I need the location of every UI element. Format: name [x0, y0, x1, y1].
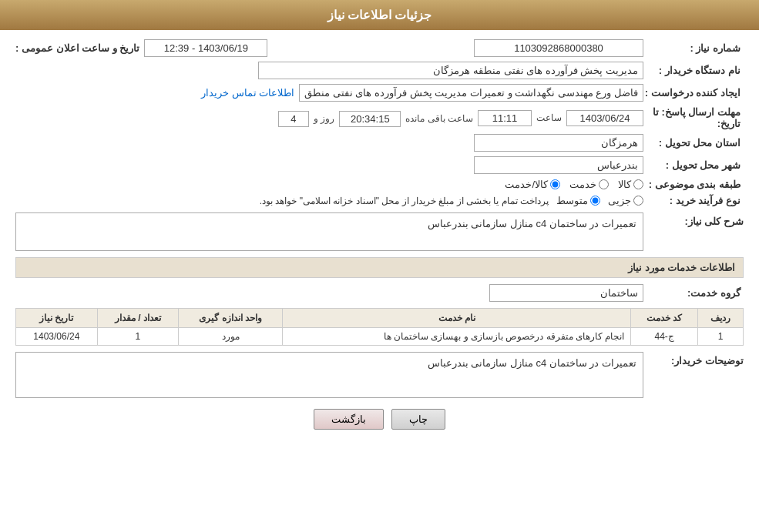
category-kala-label: کالا: [618, 179, 631, 190]
page-header: جزئیات اطلاعات نیاز: [0, 0, 759, 30]
category-kala-option: کالا: [618, 179, 643, 190]
need-number-row: شماره نیاز : 1103092868000380 1403/06/19…: [15, 39, 744, 57]
need-desc-section: شرح کلی نیاز: تعمیرات در ساختمان c4 مناز…: [15, 212, 744, 251]
reply-deadline-label: مهلت ارسال پاسخ: تا تاریخ:: [643, 106, 744, 129]
buyer-org-display: مدیریت پخش فرآورده های نفتی منطقه هرمزگا…: [258, 62, 643, 79]
category-kala-khadamat-option: کالا/خدمت: [505, 179, 560, 190]
category-row: طبقه بندی موضوعی : کالا خدمت کالا/خدمت: [15, 179, 744, 190]
requester-display: فاضل ورع مهندسی نگهداشت و تعمیرات مدیریت…: [299, 84, 643, 102]
buyer-notes-label: توضیحات خریدار:: [651, 352, 744, 366]
announcement-datetime-group: 1403/06/19 - 12:39 تاریخ و ساعت اعلان عم…: [15, 39, 267, 57]
delivery-province-row: استان محل تحویل : هرمزگان: [15, 134, 744, 152]
back-button[interactable]: بازگشت: [314, 409, 384, 430]
reply-day-display: 4: [278, 111, 309, 127]
purchase-jozei-label: جزیی: [608, 195, 631, 206]
category-kala-khadamat-radio[interactable]: [550, 179, 560, 189]
need-number-display: 1103092868000380: [474, 39, 643, 57]
delivery-city-value: بندرعباس: [15, 156, 643, 174]
cell-code: ج-44: [631, 328, 698, 346]
service-group-display: ساختمان: [489, 284, 643, 302]
purchase-type-label: نوع فرآیند خرید :: [643, 195, 744, 206]
cell-unit: مورد: [179, 328, 283, 346]
col-code: کد خدمت: [631, 309, 698, 328]
buyer-org-row: نام دستگاه خریدار : مدیریت پخش فرآورده ه…: [15, 62, 744, 79]
delivery-province-display: هرمزگان: [474, 134, 643, 152]
service-group-row: گروه خدمت: ساختمان: [15, 284, 744, 302]
contact-info-link[interactable]: اطلاعات تماس خریدار: [201, 87, 294, 99]
col-name: نام خدمت: [283, 309, 631, 328]
requester-value: فاضل ورع مهندسی نگهداشت و تعمیرات مدیریت…: [15, 84, 643, 102]
announcement-datetime-label: تاریخ و ساعت اعلان عمومی :: [15, 42, 139, 54]
buyer-org-label: نام دستگاه خریدار :: [643, 65, 744, 76]
services-table: ردیف کد خدمت نام خدمت واحد اندازه گیری ت…: [15, 308, 744, 346]
category-kala-khadamat-label: کالا/خدمت: [505, 179, 548, 190]
need-number-label: شماره نیاز :: [643, 42, 744, 54]
requester-row: ایجاد کننده درخواست : فاضل ورع مهندسی نگ…: [15, 84, 744, 102]
announcement-datetime-value: 1403/06/19 - 12:39: [144, 39, 267, 57]
category-label: طبقه بندی موضوعی :: [643, 179, 744, 190]
delivery-city-row: شهر محل تحویل : بندرعباس: [15, 156, 744, 174]
purchase-type-options: جزیی متوسط پرداخت تمام یا بخشی از مبلغ خ…: [15, 195, 643, 206]
purchase-type-note: پرداخت تمام یا بخشی از مبلغ خریدار از مح…: [260, 196, 549, 206]
services-table-header-row: ردیف کد خدمت نام خدمت واحد اندازه گیری ت…: [16, 309, 744, 328]
purchase-motavasset-option: متوسط: [556, 195, 600, 206]
reply-deadline-row: مهلت ارسال پاسخ: تا تاریخ: 1403/06/24 سا…: [15, 106, 744, 129]
purchase-motavasset-label: متوسط: [556, 195, 588, 206]
service-group-label: گروه خدمت:: [643, 287, 744, 299]
category-khadamat-radio[interactable]: [599, 179, 609, 189]
delivery-province-label: استان محل تحویل :: [643, 137, 744, 149]
col-date: تاریخ نیاز: [16, 309, 98, 328]
remaining-time-display: 20:34:15: [339, 111, 401, 127]
cell-row: 1: [698, 328, 744, 346]
page-title: جزئیات اطلاعات نیاز: [327, 8, 432, 22]
need-number-value: 1103092868000380: [283, 39, 643, 57]
purchase-jozei-radio[interactable]: [633, 196, 643, 206]
need-desc-display: تعمیرات در ساختمان c4 منازل سازمانی بندر…: [15, 212, 643, 251]
purchase-jozei-option: جزیی: [608, 195, 643, 206]
reply-time-label: ساعت: [536, 112, 562, 123]
buyer-notes-display: تعمیرات در ساختمان c4 منازل سازمانی بندر…: [15, 352, 643, 398]
delivery-province-value: هرمزگان: [15, 134, 643, 152]
cell-name: انجام کارهای متفرقه درخصوص بازسازی و بهس…: [283, 328, 631, 346]
category-khadamat-option: خدمت: [569, 179, 609, 190]
service-group-value: ساختمان: [15, 284, 643, 302]
purchase-motavasset-radio[interactable]: [590, 196, 600, 206]
need-desc-row: شرح کلی نیاز: تعمیرات در ساختمان c4 مناز…: [15, 212, 744, 251]
action-buttons: چاپ بازگشت: [15, 409, 744, 430]
need-desc-label: شرح کلی نیاز:: [651, 212, 744, 227]
purchase-type-row: نوع فرآیند خرید : جزیی متوسط پرداخت تمام…: [15, 195, 744, 206]
requester-label: ایجاد کننده درخواست :: [643, 87, 744, 99]
col-row: ردیف: [698, 309, 744, 328]
buyer-notes-section: توضیحات خریدار: تعمیرات در ساختمان c4 من…: [15, 352, 744, 398]
reply-time-display: 11:11: [478, 110, 532, 126]
reply-date-display: 1403/06/24: [566, 110, 643, 126]
services-section-title: اطلاعات خدمات مورد نیاز: [15, 257, 744, 278]
buyer-notes-row: توضیحات خریدار: تعمیرات در ساختمان c4 من…: [15, 352, 744, 398]
col-unit: واحد اندازه گیری: [179, 309, 283, 328]
category-khadamat-label: خدمت: [569, 179, 596, 190]
category-kala-radio[interactable]: [633, 179, 643, 189]
remaining-time-group: ساعت باقی مانده 20:34:15 روز و 4: [278, 111, 473, 127]
print-button[interactable]: چاپ: [391, 409, 445, 430]
reply-day-label: روز و: [314, 113, 334, 124]
table-row: 1 ج-44 انجام کارهای متفرقه درخصوص بازساز…: [16, 328, 744, 346]
category-options: کالا خدمت کالا/خدمت: [15, 179, 643, 190]
delivery-city-display: بندرعباس: [474, 156, 643, 174]
remaining-time-label: ساعت باقی مانده: [405, 113, 473, 124]
buyer-org-value: مدیریت پخش فرآورده های نفتی منطقه هرمزگا…: [15, 62, 643, 79]
col-quantity: تعداد / مقدار: [97, 309, 179, 328]
cell-date: 1403/06/24: [16, 328, 98, 346]
delivery-city-label: شهر محل تحویل :: [643, 159, 744, 171]
cell-quantity: 1: [97, 328, 179, 346]
reply-deadline-value: 1403/06/24 ساعت 11:11 ساعت باقی مانده 20…: [15, 109, 643, 127]
